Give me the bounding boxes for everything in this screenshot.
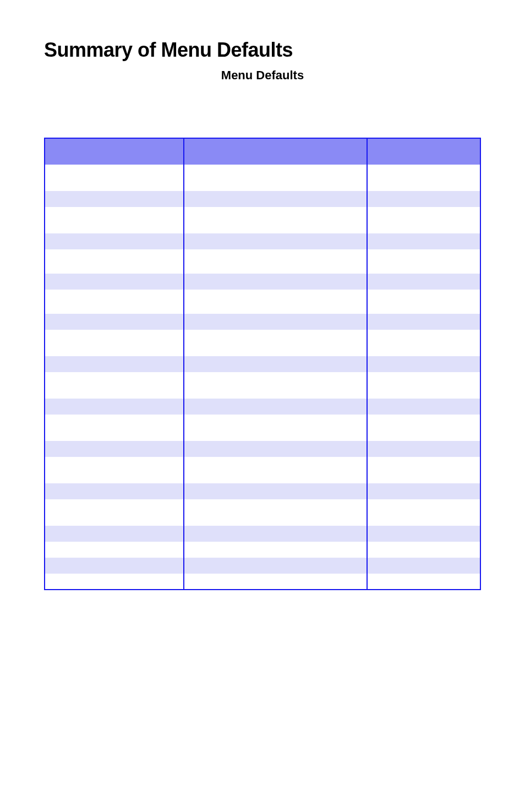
table-cell [367, 249, 480, 274]
table-cell [45, 191, 184, 207]
table-cell [45, 330, 184, 356]
table-row [45, 290, 480, 314]
table-cell [184, 290, 367, 314]
table-cell [184, 526, 367, 542]
table-cell [45, 399, 184, 415]
table-cell [367, 191, 480, 207]
table-cell [45, 290, 184, 314]
table-cell [367, 526, 480, 542]
table-cell [367, 233, 480, 249]
table-cell [45, 233, 184, 249]
table-row [45, 330, 480, 356]
table-row [45, 441, 480, 457]
table-cell [367, 314, 480, 330]
table-cell [367, 574, 480, 590]
table-cell [45, 483, 184, 499]
table-row [45, 207, 480, 233]
table-row [45, 249, 480, 274]
page-title: Summary of Menu Defaults [44, 39, 481, 62]
table-row [45, 274, 480, 290]
table-row [45, 499, 480, 526]
table-cell [367, 274, 480, 290]
table-cell [184, 207, 367, 233]
table-row [45, 558, 480, 574]
table-row [45, 483, 480, 499]
table-row [45, 372, 480, 399]
table-cell [45, 274, 184, 290]
table-cell [184, 441, 367, 457]
table-cell [367, 457, 480, 483]
table-cell [45, 542, 184, 558]
table-cell [184, 330, 367, 356]
table-cell [367, 207, 480, 233]
table-cell [367, 356, 480, 372]
table-cell [367, 415, 480, 441]
table-row [45, 356, 480, 372]
table-cell [184, 191, 367, 207]
table-cell [45, 457, 184, 483]
table-row [45, 457, 480, 483]
table-cell [45, 415, 184, 441]
table-cell [45, 441, 184, 457]
table-row [45, 165, 480, 191]
table-header-row [45, 138, 480, 165]
table-row [45, 399, 480, 415]
table-cell [45, 372, 184, 399]
table-row [45, 542, 480, 558]
table-cell [45, 526, 184, 542]
table-cell [45, 356, 184, 372]
table-cell [367, 483, 480, 499]
table-cell [45, 165, 184, 191]
table-cell [184, 165, 367, 191]
table-cell [184, 415, 367, 441]
table-cell [45, 574, 184, 590]
table-row [45, 526, 480, 542]
table-cell [184, 372, 367, 399]
table-cell [367, 542, 480, 558]
table-header-cell [184, 138, 367, 165]
table-cell [184, 457, 367, 483]
table-row [45, 191, 480, 207]
table-cell [45, 249, 184, 274]
table-header-cell [45, 138, 184, 165]
table-row [45, 415, 480, 441]
table-cell [367, 290, 480, 314]
table-cell [184, 558, 367, 574]
table-cell [184, 399, 367, 415]
table-cell [184, 574, 367, 590]
table-cell [184, 483, 367, 499]
menu-defaults-table [44, 138, 481, 590]
table-row [45, 574, 480, 590]
table-cell [367, 330, 480, 356]
table-cell [367, 165, 480, 191]
table-cell [184, 499, 367, 526]
table-cell [367, 372, 480, 399]
table-cell [367, 441, 480, 457]
table-cell [45, 314, 184, 330]
table-cell [45, 499, 184, 526]
table-cell [184, 356, 367, 372]
table-cell [367, 499, 480, 526]
table-cell [184, 233, 367, 249]
table-row [45, 314, 480, 330]
table-caption: Menu Defaults [44, 68, 481, 83]
table-cell [367, 399, 480, 415]
table-cell [184, 249, 367, 274]
table-row [45, 233, 480, 249]
table-header-cell [367, 138, 480, 165]
table-cell [184, 274, 367, 290]
table-cell [367, 558, 480, 574]
table-cell [45, 207, 184, 233]
table-cell [184, 314, 367, 330]
table-cell [184, 542, 367, 558]
table-cell [45, 558, 184, 574]
